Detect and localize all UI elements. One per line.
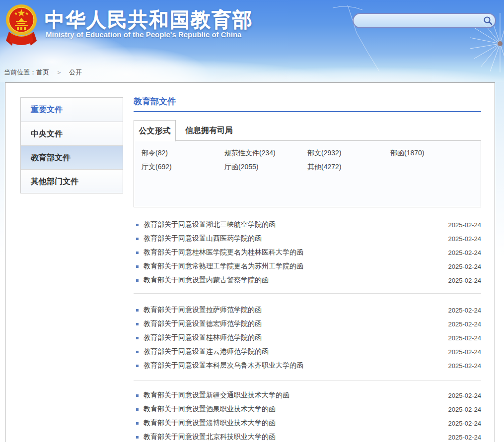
bullet-square-icon <box>136 309 139 312</box>
document-link[interactable]: 教育部关于同意设置北京科技职业大学的函 <box>144 433 448 442</box>
sidebar-item-moe-docs[interactable]: 教育部文件 <box>21 145 123 169</box>
document-date: 2025-02-24 <box>448 263 482 270</box>
content-area: 教育部文件 公文形式 信息拥有司局 部令(82) 规范性文件(234) 部文(2… <box>134 97 481 442</box>
category-grid: 部令(82) 规范性文件(234) 部文(2932) 部函(1870) 厅文(6… <box>142 149 473 171</box>
list-item: 教育部关于同意设置新疆交通职业技术大学的函 2025-02-24 <box>134 388 481 402</box>
main-panel: 重要文件 中央文件 教育部文件 其他部门文件 教育部文件 公文形式 信息拥有司局… <box>5 82 495 442</box>
search-button[interactable] <box>480 14 495 27</box>
page: 中华人民共和国教育部 Ministry of Education of the … <box>0 0 504 442</box>
bullet-square-icon <box>136 394 139 397</box>
sidebar-item-important-docs[interactable]: 重要文件 <box>21 98 123 122</box>
document-date: 2025-02-24 <box>448 221 482 229</box>
document-date: 2025-02-24 <box>448 334 482 342</box>
search-input[interactable] <box>354 14 480 27</box>
sidebar-item-central-docs[interactable]: 中央文件 <box>21 122 123 145</box>
bullet-square-icon <box>136 365 139 367</box>
document-link[interactable]: 教育部关于同意设置德宏师范学院的函 <box>144 319 448 328</box>
site-subtitle: Ministry of Education of the People's Re… <box>46 30 241 39</box>
document-link[interactable]: 教育部关于同意设置湖北三峡航空学院的函 <box>144 220 448 229</box>
document-date: 2025-02-24 <box>448 406 482 413</box>
list-item: 教育部关于同意设置拉萨师范学院的函 2025-02-24 <box>134 303 481 317</box>
bullet-square-icon <box>136 408 139 411</box>
national-emblem-icon[interactable] <box>5 3 38 52</box>
document-date: 2025-02-24 <box>448 320 482 328</box>
document-group: 教育部关于同意设置新疆交通职业技术大学的函 2025-02-24 教育部关于同意… <box>134 380 481 442</box>
category-ting-han[interactable]: 厅函(2055) <box>224 163 307 171</box>
document-date: 2025-02-24 <box>448 362 482 370</box>
document-date: 2025-02-24 <box>448 249 482 256</box>
category-bu-han[interactable]: 部函(1870) <box>390 149 473 157</box>
document-link[interactable]: 教育部关于同意设置酒泉职业技术大学的函 <box>144 405 448 414</box>
document-link[interactable]: 教育部关于同意设置拉萨师范学院的函 <box>144 306 448 315</box>
list-item: 教育部关于同意设置德宏师范学院的函 2025-02-24 <box>134 317 481 331</box>
document-link[interactable]: 教育部关于同意设置内蒙古警察学院的函 <box>144 276 448 285</box>
tab-info-owning-bureau[interactable]: 信息拥有司局 <box>185 120 233 141</box>
list-item: 教育部关于同意设置酒泉职业技术大学的函 2025-02-24 <box>134 402 481 416</box>
breadcrumb: 当前位置： 首页 ＞ 公开 <box>4 68 82 77</box>
list-item: 教育部关于同意常熟理工学院更名为苏州工学院的函 2025-02-24 <box>134 259 481 273</box>
list-item: 教育部关于同意桂林医学院更名为桂林医科大学的函 2025-02-24 <box>134 246 481 259</box>
document-date: 2025-02-24 <box>448 348 482 356</box>
document-date: 2025-02-24 <box>448 277 482 284</box>
breadcrumb-separator: ＞ <box>56 68 62 77</box>
bullet-square-icon <box>136 224 139 226</box>
list-item: 教育部关于同意设置桂林师范学院的函 2025-02-24 <box>134 331 481 345</box>
category-other[interactable]: 其他(4272) <box>307 163 390 171</box>
sidebar: 重要文件 中央文件 教育部文件 其他部门文件 <box>20 97 123 193</box>
tab-document-form[interactable]: 公文形式 <box>134 120 176 141</box>
document-link[interactable]: 教育部关于同意设置桂林师范学院的函 <box>144 333 448 342</box>
bullet-square-icon <box>136 265 139 268</box>
list-item: 教育部关于同意设置连云港师范学院的函 2025-02-24 <box>134 345 481 359</box>
category-normative-docs[interactable]: 规范性文件(234) <box>224 149 307 157</box>
list-item: 教育部关于同意设置山西医药学院的函 2025-02-24 <box>134 232 481 246</box>
bullet-square-icon <box>136 337 139 339</box>
category-ting-wen[interactable]: 厅文(692) <box>142 163 224 171</box>
bullet-square-icon <box>136 436 139 439</box>
breadcrumb-current-link[interactable]: 公开 <box>69 68 82 77</box>
document-date: 2025-02-24 <box>448 434 482 441</box>
document-group: 教育部关于同意设置湖北三峡航空学院的函 2025-02-24 教育部关于同意设置… <box>134 218 481 294</box>
tab-bar: 公文形式 信息拥有司局 <box>134 120 481 141</box>
search-icon <box>483 16 493 25</box>
dandelion-icon <box>446 0 504 72</box>
bullet-square-icon <box>136 238 139 240</box>
category-bu-ling[interactable]: 部令(82) <box>142 149 224 157</box>
bullet-square-icon <box>136 351 139 353</box>
list-item: 教育部关于同意设置湖北三峡航空学院的函 2025-02-24 <box>134 218 481 232</box>
document-link[interactable]: 教育部关于同意设置新疆交通职业技术大学的函 <box>144 391 448 400</box>
list-item: 教育部关于同意设置本科层次乌鲁木齐职业大学的函 2025-02-24 <box>134 359 481 373</box>
list-item: 教育部关于同意设置北京科技职业大学的函 2025-02-24 <box>134 430 481 442</box>
document-link[interactable]: 教育部关于同意设置山西医药学院的函 <box>144 234 448 243</box>
sidebar-item-other-dept-docs[interactable]: 其他部门文件 <box>21 169 123 193</box>
category-bu-wen[interactable]: 部文(2932) <box>307 149 390 157</box>
list-item: 教育部关于同意设置内蒙古警察学院的函 2025-02-24 <box>134 273 481 287</box>
breadcrumb-home-link[interactable]: 首页 <box>36 68 49 77</box>
document-group: 教育部关于同意设置拉萨师范学院的函 2025-02-24 教育部关于同意设置德宏… <box>134 294 481 380</box>
list-item: 教育部关于同意设置淄博职业技术大学的函 2025-02-24 <box>134 416 481 430</box>
breadcrumb-prefix: 当前位置： <box>4 68 36 77</box>
document-link[interactable]: 教育部关于同意桂林医学院更名为桂林医科大学的函 <box>144 248 448 257</box>
document-date: 2025-02-24 <box>448 420 482 427</box>
document-link[interactable]: 教育部关于同意设置本科层次乌鲁木齐职业大学的函 <box>144 361 448 370</box>
document-date: 2025-02-24 <box>448 235 482 243</box>
bullet-square-icon <box>136 252 139 254</box>
document-link[interactable]: 教育部关于同意常熟理工学院更名为苏州工学院的函 <box>144 262 448 271</box>
bullet-square-icon <box>136 323 139 325</box>
category-panel: 部令(82) 规范性文件(234) 部文(2932) 部函(1870) 厅文(6… <box>134 140 481 207</box>
document-link[interactable]: 教育部关于同意设置连云港师范学院的函 <box>144 347 448 356</box>
page-title: 教育部文件 <box>134 97 481 112</box>
document-list: 教育部关于同意设置湖北三峡航空学院的函 2025-02-24 教育部关于同意设置… <box>134 218 481 442</box>
document-link[interactable]: 教育部关于同意设置淄博职业技术大学的函 <box>144 419 448 428</box>
document-date: 2025-02-24 <box>448 392 482 399</box>
site-title[interactable]: 中华人民共和国教育部 <box>45 6 253 33</box>
bullet-square-icon <box>136 422 139 425</box>
document-date: 2025-02-24 <box>448 307 482 314</box>
search-box <box>353 13 496 28</box>
bullet-square-icon <box>136 279 139 282</box>
